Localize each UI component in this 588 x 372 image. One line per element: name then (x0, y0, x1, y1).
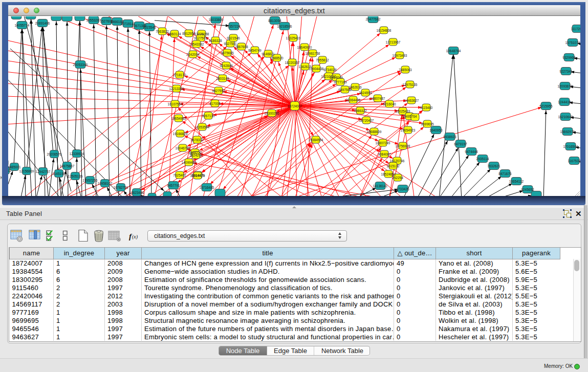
svg-text:12339934: 12339934 (70, 152, 84, 156)
svg-text:1640953: 1640953 (429, 128, 443, 132)
svg-text:7625402: 7625402 (173, 173, 186, 177)
svg-text:18724007: 18724007 (288, 104, 302, 108)
svg-text:3875685: 3875685 (221, 51, 234, 55)
svg-text:14136141: 14136141 (373, 184, 388, 188)
svg-text:10046786: 10046786 (176, 146, 190, 150)
svg-text:9245652: 9245652 (521, 188, 534, 191)
svg-text:12156869: 12156869 (19, 169, 34, 173)
svg-text:(x): (x) (132, 234, 138, 240)
svg-text:10958107: 10958107 (98, 182, 113, 185)
svg-text:16033809: 16033809 (209, 18, 224, 21)
svg-text:6479197: 6479197 (454, 142, 467, 146)
svg-text:9227341: 9227341 (559, 70, 573, 73)
svg-text:10648784: 10648784 (446, 49, 461, 53)
svg-text:2803144: 2803144 (216, 77, 229, 80)
svg-text:6734028: 6734028 (323, 68, 337, 72)
svg-text:7955812: 7955812 (316, 58, 329, 62)
svg-text:18807249: 18807249 (376, 141, 390, 145)
svg-text:9474444: 9474444 (465, 150, 478, 154)
svg-text:7357224: 7357224 (227, 25, 241, 28)
svg-text:14099489: 14099489 (182, 161, 197, 164)
svg-text:11353594: 11353594 (195, 125, 210, 129)
svg-text:9321546: 9321546 (227, 36, 240, 40)
svg-text:417006: 417006 (209, 102, 221, 105)
svg-text:1733426: 1733426 (396, 187, 409, 191)
svg-text:15692971: 15692971 (560, 130, 575, 134)
svg-text:6216040: 6216040 (383, 102, 396, 106)
svg-text:1167533: 1167533 (568, 159, 580, 163)
svg-text:3915311: 3915311 (8, 169, 12, 172)
svg-text:15751074: 15751074 (565, 41, 580, 45)
svg-text:19166825: 19166825 (173, 132, 188, 136)
svg-text:10553287: 10553287 (86, 18, 101, 22)
svg-text:7515546: 7515546 (143, 26, 156, 29)
svg-text:8454049: 8454049 (330, 76, 343, 79)
svg-text:9084067: 9084067 (378, 152, 391, 156)
svg-text:9127503: 9127503 (194, 36, 207, 40)
svg-text:252254: 252254 (392, 176, 403, 180)
svg-text:3624554: 3624554 (359, 91, 372, 95)
svg-text:9485001: 9485001 (8, 165, 21, 169)
svg-text:9146821: 9146821 (262, 52, 275, 56)
svg-text:9427552: 9427552 (212, 89, 225, 93)
svg-text:18640910: 18640910 (297, 46, 312, 49)
svg-text:19756928: 19756928 (396, 144, 410, 148)
svg-text:7986322: 7986322 (354, 109, 367, 113)
svg-text:18524851: 18524851 (381, 172, 396, 176)
svg-text:12505135: 12505135 (68, 174, 83, 178)
svg-text:12213369: 12213369 (169, 87, 184, 91)
svg-text:16914479: 16914479 (190, 174, 205, 178)
svg-text:19904438: 19904438 (309, 67, 324, 71)
svg-text:20477682: 20477682 (366, 17, 381, 21)
svg-text:19384554: 19384554 (309, 138, 323, 142)
svg-text:10807487: 10807487 (371, 97, 385, 100)
svg-text:12942757: 12942757 (36, 170, 51, 173)
svg-text:17957255: 17957255 (83, 179, 98, 182)
svg-text:18300295: 18300295 (265, 112, 279, 115)
svg-text:3678332: 3678332 (190, 138, 204, 142)
svg-text:7485063: 7485063 (399, 68, 412, 72)
svg-text:2242004: 2242004 (186, 53, 200, 56)
svg-text:18220357: 18220357 (285, 61, 300, 64)
svg-text:12975135: 12975135 (403, 83, 418, 86)
svg-text:7663822: 7663822 (156, 30, 169, 33)
svg-text:8813054: 8813054 (268, 19, 281, 23)
svg-text:1117202: 1117202 (571, 27, 580, 31)
svg-text:14055714: 14055714 (15, 24, 30, 27)
svg-text:20053346: 20053346 (73, 63, 88, 67)
svg-text:8186328: 8186328 (209, 39, 222, 42)
svg-text:20891406: 20891406 (35, 21, 50, 25)
svg-text:13226058: 13226058 (194, 32, 209, 36)
svg-text:7632621: 7632621 (487, 164, 500, 168)
svg-text:2718170: 2718170 (173, 73, 186, 77)
svg-text:8912954: 8912954 (182, 32, 195, 35)
svg-text:6497508: 6497508 (338, 88, 352, 92)
svg-text:9777169: 9777169 (334, 80, 347, 84)
svg-text:8454749: 8454749 (248, 49, 262, 52)
svg-text:8660124: 8660124 (168, 32, 181, 36)
svg-text:17016504: 17016504 (563, 145, 578, 148)
svg-text:8938923: 8938923 (443, 135, 456, 139)
svg-text:9267130: 9267130 (202, 114, 215, 118)
svg-text:1615132: 1615132 (386, 164, 400, 168)
svg-text:19654923: 19654923 (401, 128, 416, 132)
svg-text:2867608: 2867608 (235, 45, 248, 49)
svg-text:1244415: 1244415 (558, 100, 571, 104)
svg-text:14463627: 14463627 (404, 99, 419, 102)
svg-text:16782759: 16782759 (114, 186, 128, 189)
svg-text:18495764: 18495764 (402, 115, 417, 118)
svg-text:19654985: 19654985 (171, 117, 186, 120)
svg-text:1824264: 1824264 (189, 154, 203, 157)
svg-text:9457791: 9457791 (167, 184, 180, 187)
svg-text:16120746: 16120746 (390, 159, 405, 163)
svg-text:12823446: 12823446 (129, 191, 144, 194)
svg-text:10543382: 10543382 (189, 42, 204, 46)
svg-text:16210643: 16210643 (558, 115, 573, 119)
svg-text:10975867: 10975867 (60, 164, 75, 168)
svg-text:9699695: 9699695 (421, 122, 434, 126)
svg-text:2935114: 2935114 (476, 157, 489, 161)
svg-text:9242848: 9242848 (220, 64, 233, 68)
svg-text:13325419: 13325419 (286, 36, 301, 40)
svg-text:10025433: 10025433 (396, 110, 410, 113)
svg-text:19218506: 19218506 (277, 25, 292, 28)
